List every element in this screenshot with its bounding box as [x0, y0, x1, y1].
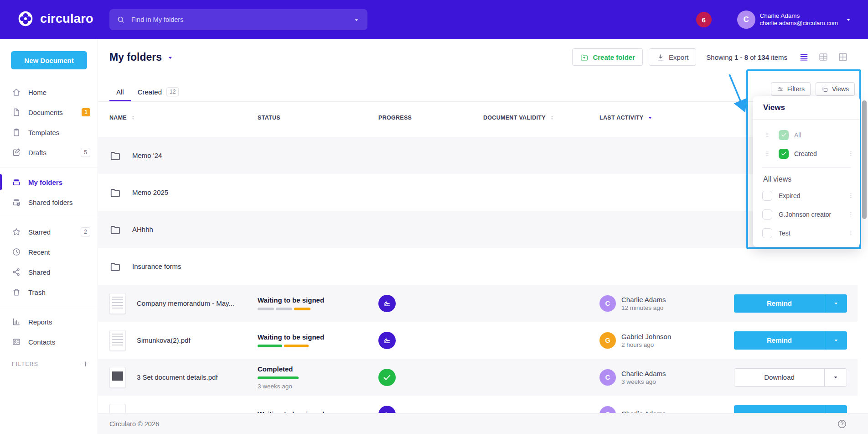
signature-pending-icon — [378, 332, 396, 349]
page-title: My folders — [109, 51, 162, 63]
help-icon[interactable] — [837, 419, 847, 429]
document-thumbnail — [109, 293, 126, 314]
column-header-progress[interactable]: PROGRESS — [365, 115, 483, 121]
brand-name: circularo — [40, 12, 93, 26]
column-header-last-activity[interactable]: LAST ACTIVITY — [599, 114, 727, 121]
folder-row[interactable]: AHhhh — [98, 211, 858, 248]
user-menu-caret-icon[interactable] — [844, 16, 852, 24]
action-dropdown-caret[interactable] — [824, 369, 847, 386]
document-row[interactable]: Company memorandum - May...Waiting to be… — [98, 285, 858, 322]
sliders-icon — [777, 85, 784, 93]
folder-row[interactable]: Insurance forms — [98, 248, 858, 285]
grid-view-icon[interactable] — [838, 52, 848, 62]
download-button[interactable]: Download — [734, 369, 824, 386]
circularo-flower-icon — [16, 10, 35, 28]
sidebar-count-badge: 2 — [81, 227, 90, 236]
column-header-document-validity[interactable]: DOCUMENT VALIDITY — [483, 114, 599, 121]
remind-button[interactable]: Remind — [734, 331, 825, 350]
row-name: Company memorandum - May... — [137, 299, 234, 307]
view-checkbox[interactable] — [779, 130, 789, 140]
view-checkbox[interactable] — [779, 149, 789, 159]
views-layers-icon — [822, 85, 828, 93]
page-footer: Circularo © 2026 — [98, 413, 868, 434]
kebab-menu-icon[interactable] — [847, 211, 854, 218]
folder-row[interactable]: Memo 2025 — [98, 174, 858, 211]
action-dropdown-caret[interactable] — [825, 294, 847, 313]
kebab-menu-icon[interactable] — [847, 230, 854, 236]
sidebar-item-recent[interactable]: Recent — [0, 242, 98, 262]
progress-bar — [258, 376, 299, 379]
document-row[interactable]: Simunkova(2).pdfWaiting to be signedGGab… — [98, 322, 858, 359]
sidebar-item-label: My folders — [28, 178, 62, 186]
kebab-menu-icon[interactable] — [847, 150, 854, 157]
brand-logo[interactable]: circularo — [16, 10, 93, 28]
drag-handle-icon[interactable] — [764, 132, 770, 138]
views-button[interactable]: Views — [816, 82, 855, 96]
view-checkbox[interactable] — [762, 228, 772, 238]
notification-count-badge[interactable]: 6 — [696, 12, 712, 27]
view-item-g-johnson-creator: G.Johnson creator — [753, 205, 860, 224]
sidebar-item-contacts[interactable]: Contacts — [0, 332, 98, 352]
sidebar-count-badge: 1 — [82, 108, 90, 116]
view-checkbox[interactable] — [762, 209, 772, 220]
sidebar-item-home[interactable]: Home — [0, 82, 98, 102]
signature-pending-icon — [378, 295, 396, 312]
sidebar-item-label: Drafts — [28, 149, 46, 157]
views-panel-title: Views — [753, 96, 860, 120]
user-avatar[interactable]: C — [737, 10, 755, 29]
sidebar-item-templates[interactable]: Templates — [0, 122, 98, 142]
list-view-icon[interactable] — [799, 52, 809, 62]
sidebar-item-label: Shared — [28, 268, 50, 276]
top-bar: circularo 6 C Charlie Adams charlie.adam… — [0, 0, 868, 39]
kebab-menu-icon[interactable] — [847, 192, 854, 199]
status-text: Waiting to be signed — [258, 333, 324, 341]
completed-check-icon — [378, 369, 396, 386]
new-document-button[interactable]: New Document — [11, 51, 87, 69]
clipboard-icon — [12, 128, 21, 137]
sidebar-item-starred[interactable]: Starred2 — [0, 222, 98, 242]
user-name: Charlie Adams — [760, 12, 838, 20]
sort-icon — [548, 114, 556, 121]
column-header-name[interactable]: NAME — [98, 114, 248, 121]
search-scope-caret-icon[interactable] — [353, 16, 360, 24]
sidebar-item-shared[interactable]: Shared — [0, 262, 98, 282]
global-search[interactable] — [109, 9, 367, 30]
reports-icon — [12, 317, 21, 326]
remind-button[interactable]: Remind — [734, 294, 825, 313]
view-label: Expired — [779, 192, 800, 199]
document-row[interactable]: 3 Set document details.pdfCompleted3 wee… — [98, 359, 858, 396]
folder-icon — [109, 224, 121, 235]
column-label: PROGRESS — [378, 115, 412, 121]
sidebar-item-my-folders[interactable]: My folders — [0, 172, 98, 192]
home-icon — [12, 88, 21, 97]
tab-all[interactable]: All — [109, 84, 131, 101]
sidebar-item-shared-folders[interactable]: Shared folders — [0, 192, 98, 212]
export-button[interactable]: Export — [649, 48, 696, 66]
sidebar-item-label: Recent — [28, 248, 50, 256]
vertical-scrollbar-thumb[interactable] — [862, 100, 867, 219]
add-filter-icon[interactable] — [82, 360, 89, 368]
copyright-text: Circularo © 2026 — [109, 420, 159, 428]
view-checkbox[interactable] — [762, 191, 772, 201]
actor-time: 12 minutes ago — [621, 304, 666, 311]
folder-row[interactable]: Memo '24 — [98, 137, 858, 174]
sidebar-item-documents[interactable]: Documents1 — [0, 102, 98, 122]
drafts-icon — [12, 148, 21, 157]
sidebar-item-reports[interactable]: Reports — [0, 312, 98, 332]
sidebar-item-drafts[interactable]: Drafts5 — [0, 142, 98, 162]
share-icon — [12, 267, 21, 277]
create-folder-button[interactable]: Create folder — [572, 48, 643, 66]
search-input[interactable] — [130, 16, 353, 24]
filters-section: FILTERS — [0, 360, 98, 368]
action-dropdown-caret[interactable] — [825, 331, 847, 350]
tab-created[interactable]: Created12 — [131, 84, 186, 101]
filters-button[interactable]: Filters — [771, 82, 811, 96]
table-view-icon[interactable] — [818, 52, 828, 62]
user-info[interactable]: Charlie Adams charlie.adams@circularo.co… — [760, 12, 838, 27]
sidebar-item-label: Home — [28, 89, 46, 96]
drag-handle-icon[interactable] — [764, 151, 770, 157]
page-title-dropdown[interactable]: My folders — [109, 51, 174, 63]
sidebar-item-trash[interactable]: Trash — [0, 282, 98, 302]
status-text: Completed — [258, 365, 299, 373]
column-header-status[interactable]: STATUS — [248, 115, 365, 121]
